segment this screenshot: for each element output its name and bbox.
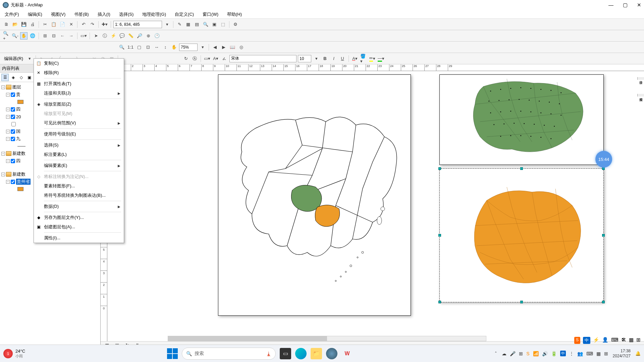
context-menu-item[interactable]: ◈缩放至图层(Z) bbox=[34, 100, 124, 109]
start-button[interactable] bbox=[167, 348, 178, 359]
selection-handle[interactable] bbox=[602, 301, 605, 303]
zoom-out-icon[interactable]: 🔍- bbox=[11, 32, 19, 40]
fixed-zoom-in-icon[interactable]: ⊞ bbox=[41, 32, 49, 40]
text-icon[interactable]: Ⓐ bbox=[191, 55, 198, 62]
float-icon[interactable]: 👤 bbox=[602, 337, 608, 344]
underline-button[interactable]: U bbox=[339, 55, 346, 62]
app-tray-icon[interactable]: ⊞ bbox=[519, 351, 523, 356]
selection-handle[interactable] bbox=[520, 167, 523, 170]
cloud-icon[interactable]: ☁ bbox=[502, 351, 506, 356]
font-size-input[interactable] bbox=[298, 55, 311, 62]
toolbox-icon[interactable]: ▦ bbox=[184, 21, 192, 28]
catalog-icon[interactable]: ▤ bbox=[193, 21, 201, 28]
main-data-frame[interactable] bbox=[218, 74, 411, 316]
wifi-icon[interactable]: 📶 bbox=[533, 351, 539, 356]
time-slider-icon[interactable]: 🕐 bbox=[153, 32, 161, 40]
html-popup-icon[interactable]: 💬 bbox=[118, 32, 126, 40]
find-icon[interactable]: 🔎 bbox=[136, 32, 143, 40]
delete-icon[interactable]: ✕ bbox=[67, 21, 75, 28]
search-panel-tab[interactable]: 搜索 bbox=[637, 94, 644, 97]
layer-checkbox[interactable] bbox=[11, 107, 15, 112]
menu-window[interactable]: 窗口(W) bbox=[201, 11, 220, 18]
identify-icon[interactable]: ⓘ bbox=[101, 32, 108, 40]
float-icon[interactable]: 🛠 bbox=[621, 337, 626, 344]
xy-icon[interactable]: ⊕ bbox=[145, 32, 152, 40]
minimize-button[interactable]: — bbox=[608, 2, 613, 8]
context-menu-item[interactable]: ✕移除(R) bbox=[34, 68, 124, 77]
tool-icon[interactable]: ⚙ bbox=[232, 21, 239, 28]
context-menu-item[interactable]: ▣创建图层包(A)... bbox=[34, 222, 124, 232]
scale-dropdown-icon[interactable]: ▾ bbox=[163, 21, 171, 28]
sichuan-data-frame[interactable]: ■■■■ ■■■■ ■■■■ ■■■■ ■■■■ ■■■■ ■■■■ ■■■ ■… bbox=[439, 74, 604, 165]
swatch-icon[interactable] bbox=[17, 100, 23, 104]
menu-edit[interactable]: 编辑(E) bbox=[26, 11, 44, 18]
search-window-icon[interactable]: 🔍 bbox=[202, 21, 209, 28]
print-icon[interactable]: 🖨 bbox=[29, 21, 36, 28]
guizhou-data-frame[interactable] bbox=[439, 168, 604, 302]
ime-float-icon[interactable]: 中 bbox=[583, 337, 590, 344]
next-extent-icon[interactable]: → bbox=[67, 32, 75, 40]
expand-icon[interactable]: − bbox=[1, 152, 5, 156]
add-data-icon[interactable]: ✚▾ bbox=[101, 21, 108, 28]
layer-checkbox[interactable] bbox=[11, 129, 15, 134]
measure-icon[interactable]: 📏 bbox=[127, 32, 135, 40]
arcpy-icon[interactable]: ▣ bbox=[211, 21, 218, 28]
catalog-panel-tab[interactable]: 目录 bbox=[637, 77, 644, 80]
size-dropdown-icon[interactable]: ▾ bbox=[313, 55, 320, 62]
menu-customize[interactable]: 自定义(C) bbox=[173, 11, 196, 18]
next-page-icon[interactable]: ▶ bbox=[220, 44, 227, 51]
expand-icon[interactable]: − bbox=[6, 108, 10, 111]
font-color-icon[interactable]: A▾ bbox=[351, 55, 359, 62]
mapbook-icon[interactable]: 📖 bbox=[229, 44, 236, 51]
float-icon[interactable]: ⌨ bbox=[611, 337, 619, 344]
zoom-fit-icon[interactable]: ⊡ bbox=[144, 44, 152, 51]
volume-icon[interactable]: 🔊 bbox=[542, 351, 548, 356]
menu-insert[interactable]: 插入(I) bbox=[96, 11, 112, 18]
keyboard-icon[interactable]: ⌨ bbox=[586, 351, 593, 356]
fixed-zoom-out-icon[interactable]: ⊟ bbox=[50, 32, 57, 40]
selection-handle[interactable] bbox=[438, 234, 441, 237]
selection-handle[interactable] bbox=[520, 301, 523, 303]
context-menu-item[interactable]: 数据(D)▶ bbox=[34, 202, 124, 211]
zoom-whole-icon[interactable]: ▢ bbox=[136, 44, 143, 51]
paste-icon[interactable]: 📄 bbox=[59, 21, 66, 28]
map-canvas[interactable]: 0123456789101112131415161718192021222324… bbox=[101, 64, 644, 349]
expand-icon[interactable]: − bbox=[1, 173, 5, 176]
clock-badge[interactable]: 15:44 bbox=[595, 151, 612, 168]
context-menu-item[interactable]: 编辑要素(E)▶ bbox=[34, 161, 124, 170]
expand-icon[interactable]: − bbox=[6, 137, 10, 141]
refresh-icon[interactable]: ↻ bbox=[182, 55, 190, 62]
selection-handle[interactable] bbox=[438, 301, 441, 303]
menu-file[interactable]: 文件(F) bbox=[3, 11, 21, 18]
taskbar-search[interactable]: 🔍 搜索 🗼 bbox=[182, 348, 276, 360]
save-icon[interactable]: 💾 bbox=[20, 21, 28, 28]
select-feature-icon[interactable]: ▭▾ bbox=[80, 32, 87, 40]
zoom-in-icon[interactable]: 🔍+ bbox=[3, 32, 10, 40]
line-swatch-icon[interactable] bbox=[17, 146, 25, 146]
editor-menu[interactable]: 编辑器(R) bbox=[3, 56, 24, 62]
menu-view[interactable]: 视图(V) bbox=[49, 11, 67, 18]
copy-icon[interactable]: 📋 bbox=[50, 21, 57, 28]
zoom-page-icon[interactable]: 🔍 bbox=[118, 44, 125, 51]
maximize-button[interactable]: ▢ bbox=[623, 2, 628, 8]
font-select[interactable] bbox=[229, 55, 297, 62]
globe-icon[interactable]: 🌐 bbox=[29, 32, 36, 40]
bold-button[interactable]: B bbox=[321, 55, 329, 62]
context-menu-item[interactable]: 将符号系统转换为制图表达(B)... bbox=[34, 191, 124, 200]
expand-icon[interactable]: − bbox=[6, 115, 10, 119]
expand-icon[interactable]: − bbox=[6, 130, 10, 133]
expand-icon[interactable]: − bbox=[6, 159, 10, 163]
menu-bookmark[interactable]: 书签(B) bbox=[72, 11, 91, 18]
layer-checkbox[interactable] bbox=[11, 122, 16, 126]
pan-icon[interactable]: ✋ bbox=[20, 32, 28, 40]
layer-checkbox[interactable] bbox=[11, 93, 15, 97]
layer-checkbox[interactable] bbox=[11, 180, 15, 184]
apps-icon[interactable]: ▦ bbox=[596, 351, 601, 356]
context-menu-item[interactable]: ◆另存为图层文件(Y)... bbox=[34, 213, 124, 222]
zoom-100-icon[interactable]: 1:1 bbox=[127, 44, 134, 51]
layout-zoom-input[interactable] bbox=[179, 44, 198, 51]
tray-chevron-icon[interactable]: ˄ bbox=[495, 351, 497, 356]
float-icon[interactable]: ⊞ bbox=[636, 337, 641, 344]
sogou-icon[interactable]: S bbox=[526, 351, 529, 356]
close-button[interactable]: ✕ bbox=[637, 2, 641, 8]
